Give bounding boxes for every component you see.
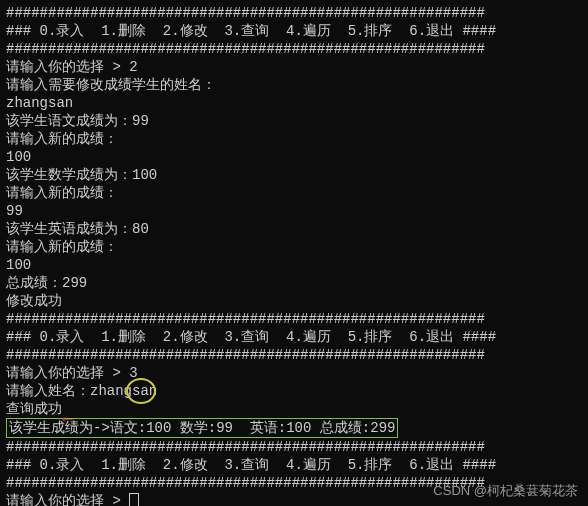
choice-prompt: 请输入你的选择 > 2	[6, 58, 582, 76]
hash-border: ########################################…	[6, 40, 582, 58]
hash-border: ########################################…	[6, 346, 582, 364]
query-result-row: 该学生成绩为->语文:100 数学:99 英语:100 总成绩:299	[6, 418, 582, 438]
query-success: 查询成功	[6, 400, 582, 418]
new-score-prompt: 请输入新的成绩：	[6, 184, 582, 202]
chinese-score-line: 该学生语文成绩为：99	[6, 112, 582, 130]
hash-border: ########################################…	[6, 438, 582, 456]
math-new-value: 99	[6, 202, 582, 220]
chinese-new-value: 100	[6, 148, 582, 166]
terminal-output: ########################################…	[0, 0, 588, 506]
hash-border: ########################################…	[6, 310, 582, 328]
query-result-highlight: 该学生成绩为->语文:100 数学:99 英语:100 总成绩:299	[6, 418, 398, 438]
new-score-prompt: 请输入新的成绩：	[6, 130, 582, 148]
name-prompt-line: 请输入姓名：zhangsan	[6, 382, 582, 400]
name-prompt: 请输入需要修改成绩学生的姓名：	[6, 76, 582, 94]
math-score-line: 该学生数学成绩为：100	[6, 166, 582, 184]
total-score-line: 总成绩：299	[6, 274, 582, 292]
menu-line: ### 0.录入 1.删除 2.修改 3.查询 4.遍历 5.排序 6.退出 #…	[6, 328, 582, 346]
watermark-text: CSDN @柯杞桑葚菊花茶	[433, 482, 578, 500]
cursor-icon	[129, 493, 139, 506]
menu-line: ### 0.录入 1.删除 2.修改 3.查询 4.遍历 5.排序 6.退出 #…	[6, 22, 582, 40]
new-score-prompt: 请输入新的成绩：	[6, 238, 582, 256]
english-score-line: 该学生英语成绩为：80	[6, 220, 582, 238]
hash-border: ########################################…	[6, 4, 582, 22]
modify-success: 修改成功	[6, 292, 582, 310]
english-new-value: 100	[6, 256, 582, 274]
student-name: zhangsan	[6, 94, 582, 112]
choice-prompt: 请输入你的选择 > 3	[6, 364, 582, 382]
menu-line: ### 0.录入 1.删除 2.修改 3.查询 4.遍历 5.排序 6.退出 #…	[6, 456, 582, 474]
